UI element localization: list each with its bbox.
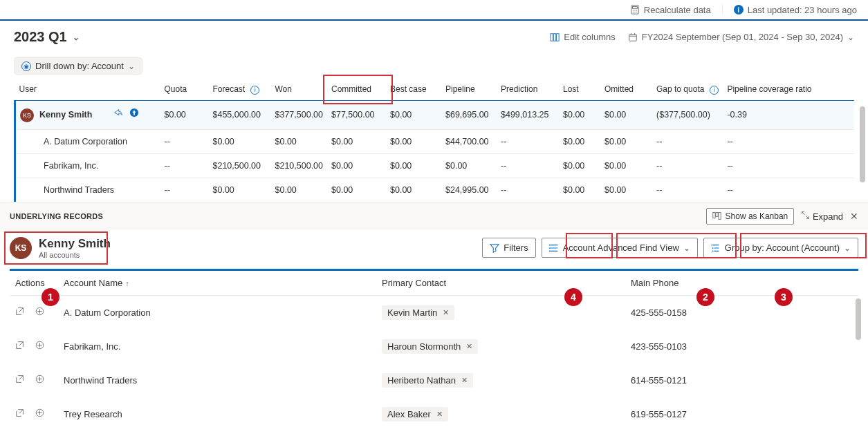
- table-row[interactable]: Fabrikam, Inc.--$210,500.00$210,500.00$0…: [15, 153, 855, 178]
- add-icon[interactable]: [35, 374, 44, 383]
- svg-point-7: [636, 12, 637, 12]
- col-user[interactable]: User: [15, 79, 160, 100]
- recalculate-label: Recalculate data: [644, 5, 711, 15]
- contact-tag[interactable]: Haroun Stormonth✕: [382, 339, 478, 354]
- open-icon[interactable]: [15, 341, 24, 350]
- callout-2: 2: [696, 288, 714, 306]
- col-phone[interactable]: Main Phone: [625, 271, 858, 296]
- col-omitted[interactable]: Omitted: [600, 79, 652, 100]
- info-icon: i: [710, 86, 719, 95]
- share-icon[interactable]: [113, 108, 122, 117]
- col-committed[interactable]: Committed: [327, 79, 386, 100]
- last-updated-label: Last updated: 23 hours ago: [748, 5, 857, 15]
- add-icon[interactable]: [35, 408, 44, 417]
- svg-point-17: [549, 247, 551, 249]
- remove-icon[interactable]: ✕: [466, 342, 472, 351]
- svg-point-5: [633, 12, 634, 12]
- col-lost[interactable]: Lost: [559, 79, 600, 100]
- callout-3: 3: [775, 288, 793, 306]
- table-row[interactable]: Northwind Traders--$0.00$0.00$0.00$0.00$…: [15, 178, 855, 202]
- table-row[interactable]: Northwind Traders Heriberto Nathan✕ 614-…: [10, 363, 858, 397]
- col-ratio[interactable]: Pipeline coverage ratio: [723, 79, 854, 100]
- callout-4: 4: [564, 288, 582, 306]
- up-icon[interactable]: [129, 108, 139, 117]
- expand-icon: [801, 211, 810, 220]
- table-row[interactable]: Trey Research Alex Baker✕ 619-555-0127: [10, 397, 858, 428]
- fiscal-period-selector[interactable]: FY2024 September (Sep 01, 2024 - Sep 30,…: [628, 32, 854, 42]
- expand-button[interactable]: Expand: [801, 211, 843, 222]
- drill-label: Drill down by: Account: [35, 61, 124, 71]
- callout-1: 1: [41, 288, 59, 306]
- fiscal-period-label: FY2024 September (Sep 01, 2024 - Sep 30,…: [642, 32, 843, 42]
- columns-icon: [550, 32, 560, 42]
- svg-rect-1: [632, 7, 637, 9]
- phone: 425-555-0158: [625, 295, 858, 330]
- kanban-icon: [712, 211, 721, 220]
- open-icon[interactable]: [15, 307, 24, 316]
- add-icon[interactable]: [35, 307, 44, 316]
- col-pipeline[interactable]: Pipeline: [441, 79, 497, 100]
- recalculate-link[interactable]: Recalculate data: [630, 5, 711, 15]
- chevron-down-icon: ⌄: [128, 61, 135, 71]
- open-icon[interactable]: [15, 374, 24, 383]
- edit-columns-button[interactable]: Edit columns: [550, 32, 615, 42]
- kanban-label: Show as Kanban: [726, 211, 788, 221]
- svg-rect-10: [557, 33, 560, 41]
- close-icon[interactable]: ✕: [850, 211, 858, 222]
- filters-label: Filters: [504, 243, 528, 253]
- underlying-title: UNDERLYING RECORDS: [10, 212, 103, 220]
- contact-tag[interactable]: Alex Baker✕: [382, 407, 448, 421]
- svg-rect-9: [554, 33, 557, 41]
- svg-rect-14: [715, 213, 717, 217]
- highlight-group: [740, 233, 867, 258]
- remove-icon[interactable]: ✕: [443, 308, 449, 317]
- svg-point-6: [634, 12, 635, 12]
- col-forecast[interactable]: Forecasti: [209, 79, 271, 100]
- table-row[interactable]: A. Datum Corporation Kevin Martin✕ 425-5…: [10, 295, 858, 330]
- edit-columns-label: Edit columns: [564, 32, 615, 42]
- calendar-icon: [628, 32, 638, 42]
- open-icon[interactable]: [15, 408, 24, 417]
- table-row[interactable]: A. Datum Corporation--$0.00$0.00$0.00$0.…: [15, 129, 855, 153]
- drill-down-button[interactable]: ◉ Drill down by: Account ⌄: [14, 57, 142, 75]
- contact-tag[interactable]: Kevin Martin✕: [382, 305, 454, 320]
- account-name[interactable]: A. Datum Corporation: [58, 295, 376, 330]
- col-won[interactable]: Won: [271, 79, 328, 100]
- calculator-icon: [630, 5, 640, 15]
- account-name[interactable]: Fabrikam, Inc.: [58, 330, 376, 363]
- scrollbar[interactable]: [860, 106, 865, 182]
- period-selector[interactable]: 2023 Q1 ⌄: [14, 29, 80, 45]
- expand-label: Expand: [813, 211, 843, 222]
- svg-point-3: [634, 10, 635, 10]
- scrollbar[interactable]: [856, 298, 861, 340]
- list-icon: [549, 243, 559, 253]
- remove-icon[interactable]: ✕: [461, 376, 468, 385]
- info-icon: i: [734, 5, 744, 15]
- show-kanban-button[interactable]: Show as Kanban: [706, 208, 795, 225]
- col-best[interactable]: Best case: [386, 79, 441, 100]
- remove-icon[interactable]: ✕: [436, 410, 443, 419]
- table-row[interactable]: Fabrikam, Inc. Haroun Stormonth✕ 423-555…: [10, 330, 858, 363]
- info-icon: i: [250, 86, 259, 95]
- account-name[interactable]: Trey Research: [58, 397, 376, 428]
- col-contact[interactable]: Primary Contact: [376, 271, 625, 296]
- phone: 423-555-0103: [625, 330, 858, 363]
- filters-button[interactable]: Filters: [482, 238, 535, 258]
- svg-point-18: [549, 250, 551, 252]
- add-icon[interactable]: [35, 341, 44, 350]
- sort-asc-icon: ↑: [125, 279, 129, 287]
- highlight-view: [616, 233, 737, 258]
- col-quota[interactable]: Quota: [160, 79, 209, 100]
- filter-icon: [490, 243, 499, 253]
- table-row[interactable]: KSKenny Smith $0.00$455,000.00$377,500.0…: [15, 100, 855, 129]
- svg-rect-13: [712, 213, 714, 218]
- chevron-down-icon: ⌄: [847, 32, 854, 42]
- svg-point-2: [633, 10, 634, 10]
- last-updated: i Last updated: 23 hours ago: [734, 5, 857, 15]
- contact-tag[interactable]: Heriberto Nathan✕: [382, 373, 473, 388]
- highlight-filters: [566, 233, 613, 258]
- col-prediction[interactable]: Prediction: [497, 79, 559, 100]
- col-account-name[interactable]: Account Name↑: [58, 271, 376, 296]
- account-name[interactable]: Northwind Traders: [58, 363, 376, 397]
- col-gap[interactable]: Gap to quotai: [652, 79, 723, 100]
